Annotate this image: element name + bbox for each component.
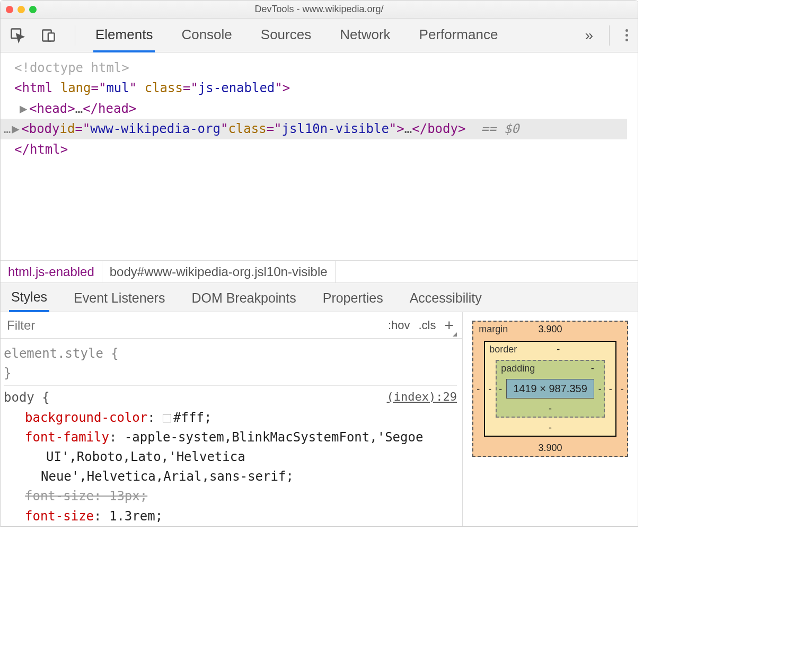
dom-doctype[interactable]: <!doctype html> bbox=[14, 58, 627, 78]
overflow-ellipsis-icon: … bbox=[4, 120, 11, 138]
subtab-accessibility[interactable]: Accessibility bbox=[408, 284, 484, 311]
prop-font-size[interactable]: font-size bbox=[25, 509, 94, 524]
prop-background-color[interactable]: background-color bbox=[25, 410, 147, 425]
subtab-event-listeners[interactable]: Event Listeners bbox=[72, 284, 167, 311]
source-link[interactable]: (index):29 bbox=[387, 388, 457, 406]
prop-font-family[interactable]: font-family bbox=[25, 430, 109, 445]
inspect-element-icon[interactable] bbox=[10, 28, 26, 43]
main-tabs: Elements Console Sources Network Perform… bbox=[93, 18, 570, 52]
console-reference: == $0 bbox=[481, 119, 519, 139]
window-title: DevTools - www.wikipedia.org/ bbox=[1, 4, 638, 15]
styles-rules-column: :hov .cls + element.style { } (index):29… bbox=[1, 312, 463, 526]
box-model-border[interactable]: border - - - - padding - - - - 1419 × 98… bbox=[484, 341, 616, 437]
color-swatch-icon[interactable] bbox=[163, 414, 171, 422]
breadcrumb: html.js-enabled body#www-wikipedia-org.j… bbox=[1, 260, 638, 282]
tab-sources[interactable]: Sources bbox=[259, 18, 313, 52]
new-style-rule-icon[interactable]: + bbox=[444, 316, 454, 334]
toolbar-separator bbox=[609, 25, 610, 46]
toolbar-separator bbox=[75, 25, 75, 46]
toolbar-right: » bbox=[585, 25, 628, 46]
styles-filter-input[interactable] bbox=[1, 318, 388, 333]
subtab-dom-breakpoints[interactable]: DOM Breakpoints bbox=[189, 284, 298, 311]
dom-tree-panel[interactable]: <!doctype html> <html lang="mul" class="… bbox=[1, 52, 638, 260]
dom-head[interactable]: ▶<head>…</head> bbox=[20, 99, 627, 119]
main-toolbar: Elements Console Sources Network Perform… bbox=[1, 19, 638, 52]
styles-pane: :hov .cls + element.style { } (index):29… bbox=[1, 312, 638, 526]
titlebar: DevTools - www.wikipedia.org/ bbox=[1, 1, 638, 19]
svg-rect-2 bbox=[48, 33, 55, 41]
crumb-body[interactable]: body#www-wikipedia-org.jsl10n-visible bbox=[102, 261, 336, 282]
rule-body[interactable]: (index):29 body { background-color: #fff… bbox=[4, 386, 457, 526]
more-tabs-icon[interactable]: » bbox=[585, 27, 593, 44]
css-rules-list[interactable]: element.style { } (index):29 body { back… bbox=[1, 339, 462, 526]
cls-toggle[interactable]: .cls bbox=[418, 319, 436, 332]
tab-network[interactable]: Network bbox=[338, 18, 392, 52]
box-model-margin[interactable]: margin 3.900 3.900 - - border - - - - pa… bbox=[472, 321, 628, 457]
devtools-window: DevTools - www.wikipedia.org/ Elements C… bbox=[0, 0, 638, 527]
device-toolbar-icon[interactable] bbox=[41, 28, 57, 43]
tab-performance[interactable]: Performance bbox=[417, 18, 500, 52]
settings-menu-icon[interactable] bbox=[625, 29, 628, 41]
tab-elements[interactable]: Elements bbox=[93, 18, 155, 52]
box-model-padding[interactable]: padding - - - - 1419 × 987.359 bbox=[496, 360, 605, 418]
crumb-html[interactable]: html.js-enabled bbox=[1, 261, 102, 282]
prop-font-size-overridden[interactable]: font-size: 13px; bbox=[25, 487, 457, 506]
styles-filter-row: :hov .cls + bbox=[1, 312, 462, 339]
dom-body-selected[interactable]: … ▶ <body id="www-wikipedia-org" class="… bbox=[1, 119, 627, 139]
subtab-styles[interactable]: Styles bbox=[9, 283, 49, 312]
styles-sub-tabs: Styles Event Listeners DOM Breakpoints P… bbox=[1, 282, 638, 312]
dom-html-open[interactable]: <html lang="mul" class="js-enabled"> bbox=[14, 78, 627, 98]
tab-console[interactable]: Console bbox=[179, 18, 234, 52]
hov-toggle[interactable]: :hov bbox=[388, 319, 410, 332]
subtab-properties[interactable]: Properties bbox=[321, 284, 385, 311]
disclosure-triangle-icon[interactable]: ▶ bbox=[12, 119, 21, 139]
rule-element-style[interactable]: element.style { } bbox=[4, 342, 457, 386]
dom-html-close[interactable]: </html> bbox=[14, 139, 627, 160]
box-model-panel: margin 3.900 3.900 - - border - - - - pa… bbox=[463, 312, 638, 526]
box-model-content[interactable]: 1419 × 987.359 bbox=[506, 379, 594, 399]
disclosure-triangle-icon[interactable]: ▶ bbox=[20, 99, 29, 119]
